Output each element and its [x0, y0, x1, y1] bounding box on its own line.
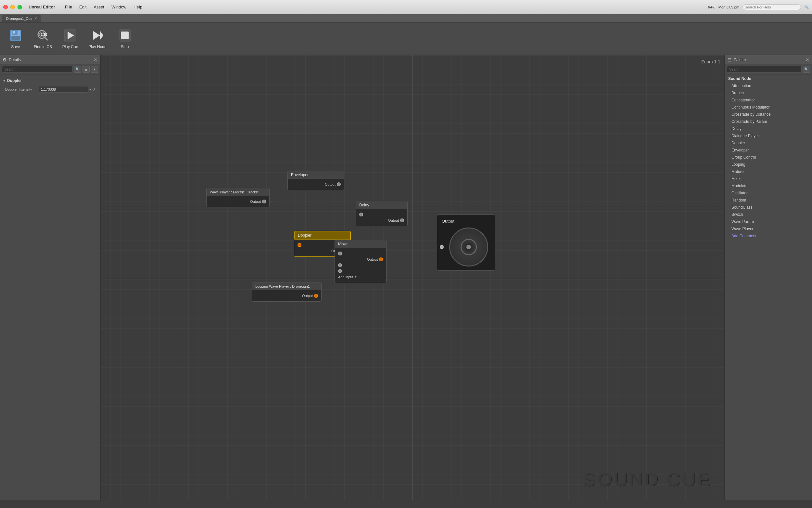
app-name: Unreal Editor	[29, 5, 55, 9]
doppler-intensity-container: ▾ ↺	[39, 86, 95, 93]
delay-body: Output	[356, 209, 407, 226]
spin-down-icon[interactable]: ▾	[89, 88, 91, 91]
palette-item-enveloper[interactable]: Enveloper	[725, 146, 812, 154]
mixer-output-label: Output	[367, 257, 378, 261]
mixer-add-input-row[interactable]: Add input ✚	[338, 274, 383, 280]
mixer-input2-port[interactable]	[338, 263, 342, 267]
palette-item-oscillator[interactable]: Oscillator	[725, 189, 812, 197]
svg-rect-13	[121, 32, 129, 39]
palette-search-button[interactable]: 🔍	[803, 66, 810, 73]
palette-add-comment[interactable]: Add Comment...	[725, 232, 812, 240]
close-button[interactable]	[3, 5, 8, 9]
details-search-input[interactable]	[2, 66, 73, 73]
find-in-cb-button[interactable]: CB Find in CB	[30, 25, 56, 53]
palette-item-doppler[interactable]: Doppler	[725, 139, 812, 146]
mixer-input1-row	[338, 251, 383, 256]
details-list-view-button[interactable]: ☰	[83, 66, 90, 73]
palette-item-attenuation[interactable]: Attenuation	[725, 82, 812, 89]
palette-item-looping[interactable]: Looping	[725, 161, 812, 168]
details-search-button[interactable]: 🔍	[74, 66, 81, 73]
search-help-icon[interactable]: 🔍	[804, 5, 809, 9]
palette-item-crossfade-param[interactable]: Crossfade by Param	[725, 118, 812, 125]
mixer-node[interactable]: Mixer Output Add input ✚	[335, 240, 386, 283]
palette-item-random[interactable]: Random	[725, 197, 812, 204]
palette-item-switch[interactable]: Switch	[725, 211, 812, 218]
delay-output-port[interactable]	[400, 218, 404, 222]
details-title: Details	[9, 57, 21, 62]
mixer-output-port[interactable]	[379, 257, 383, 261]
tab-dronegun[interactable]: Dronegun1_Cue ✕	[2, 15, 41, 22]
details-options-button[interactable]: ▾	[91, 66, 98, 73]
traffic-lights[interactable]	[3, 5, 22, 9]
mixer-input3-row	[338, 268, 383, 274]
palette-item-branch[interactable]: Branch	[725, 89, 812, 96]
palette-item-continuous-modulator[interactable]: Continuous Modulator	[725, 104, 812, 111]
mixer-input1-port[interactable]	[338, 252, 342, 255]
svg-rect-3	[13, 31, 15, 34]
save-button[interactable]: Save	[3, 25, 29, 53]
play-cue-button[interactable]: Play Cue	[57, 25, 83, 53]
section-title: Doppler	[7, 78, 22, 83]
palette-panel: ☰ Palette ✕ 🔍 Sound Node Attenuation Bra…	[724, 55, 812, 500]
details-close-icon[interactable]: ✕	[94, 57, 97, 62]
menu-file[interactable]: File	[62, 4, 75, 10]
details-content: ▼ Doppler Doppler Intensity ▾ ↺	[0, 75, 100, 96]
mixer-input3-port[interactable]	[338, 269, 342, 273]
svg-line-6	[45, 37, 47, 40]
palette-item-mixer[interactable]: Mixer	[725, 175, 812, 182]
stop-button[interactable]: Stop	[112, 25, 138, 53]
output-input-port[interactable]	[440, 245, 444, 249]
svg-marker-11	[100, 31, 103, 40]
looping-wave-node[interactable]: Looping Wave Player : Dronegun1 Output	[252, 282, 322, 302]
palette-item-soundclass[interactable]: SoundClass	[725, 204, 812, 211]
doppler-intensity-label: Doppler Intensity	[5, 87, 36, 91]
looping-wave-output-port[interactable]	[314, 294, 318, 298]
palette-item-concatenator[interactable]: Concatenator	[725, 96, 812, 104]
doppler-section-header[interactable]: ▼ Doppler	[3, 77, 97, 85]
maximize-button[interactable]	[17, 5, 22, 9]
wave-player-output-port[interactable]	[262, 200, 266, 204]
wave-player-node[interactable]: Wave Player : Electric_Crackle Output	[206, 188, 270, 207]
delay-node[interactable]: Delay Output	[356, 201, 408, 226]
palette-item-crossfade-distance[interactable]: Crossfade by Distance	[725, 111, 812, 118]
mixer-output-row: Output	[338, 256, 383, 262]
search-help-input[interactable]	[743, 4, 801, 10]
doppler-intensity-field[interactable]	[39, 86, 88, 93]
reset-icon[interactable]: ↺	[92, 88, 95, 91]
menu-edit[interactable]: Edit	[76, 4, 90, 10]
mixer-input2-row	[338, 262, 383, 268]
menu-asset[interactable]: Asset	[90, 4, 107, 10]
looping-wave-output-label: Output	[302, 294, 313, 298]
wave-player-title: Wave Player : Electric_Crackle	[206, 188, 269, 196]
play-node-label: Play Node	[88, 45, 106, 49]
menu-help[interactable]: Help	[130, 4, 145, 10]
time-display: Mon 3:09 pm	[718, 5, 739, 9]
stop-icon	[117, 28, 132, 43]
palette-item-wave-player[interactable]: Wave Player	[725, 225, 812, 232]
palette-item-delay[interactable]: Delay	[725, 125, 812, 132]
palette-item-dialogue-player[interactable]: Dialogue Player	[725, 132, 812, 139]
tab-bar: Dronegun1_Cue ✕	[0, 14, 812, 23]
palette-close-icon[interactable]: ✕	[806, 57, 809, 62]
delay-output-row: Output	[359, 217, 404, 223]
play-node-button[interactable]: Play Node	[85, 25, 110, 53]
palette-item-wave-param[interactable]: Wave Param	[725, 218, 812, 225]
output-node[interactable]: Output	[437, 214, 495, 271]
tab-close-icon[interactable]: ✕	[35, 16, 37, 20]
looping-wave-body: Output	[252, 290, 321, 301]
doppler-input-port[interactable]	[297, 243, 301, 247]
menu-window[interactable]: Window	[108, 4, 130, 10]
palette-icon: ☰	[727, 57, 732, 62]
delay-input-port[interactable]	[359, 213, 363, 216]
minimize-button[interactable]	[10, 5, 15, 9]
palette-item-modulator[interactable]: Modulator	[725, 182, 812, 189]
enveloper-output-port[interactable]	[337, 182, 341, 186]
palette-item-group-control[interactable]: Group Control	[725, 154, 812, 161]
canvas-area[interactable]: Zoom 1:1	[101, 55, 724, 500]
doppler-title: Doppler	[294, 231, 350, 240]
palette-section-header: Sound Node	[725, 75, 812, 82]
mixer-add-input-label[interactable]: Add input ✚	[338, 275, 357, 279]
enveloper-node[interactable]: Enveloper Output	[287, 171, 344, 190]
palette-item-mature[interactable]: Mature	[725, 168, 812, 175]
palette-search-input[interactable]	[727, 66, 802, 73]
